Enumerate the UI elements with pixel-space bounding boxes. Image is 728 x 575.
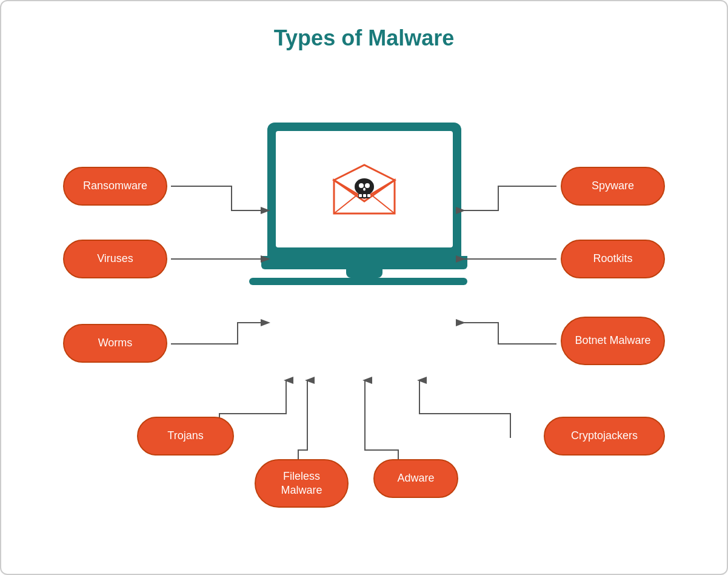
fileless-malware-pill: Fileless Malware bbox=[255, 459, 349, 508]
page-container: Types of Malware bbox=[0, 0, 728, 575]
worms-pill: Worms bbox=[63, 324, 167, 363]
svg-point-8 bbox=[363, 188, 366, 191]
laptop-graphic bbox=[267, 123, 461, 285]
cryptojackers-pill: Cryptojackers bbox=[544, 417, 665, 456]
svg-rect-9 bbox=[359, 194, 362, 197]
botnet-malware-pill: Botnet Malware bbox=[561, 317, 665, 365]
ransomware-pill: Ransomware bbox=[63, 167, 167, 206]
connector-lines bbox=[1, 1, 728, 575]
malware-icon bbox=[328, 159, 401, 220]
svg-point-7 bbox=[365, 183, 370, 188]
viruses-pill: Viruses bbox=[63, 240, 167, 278]
svg-point-6 bbox=[359, 183, 364, 188]
svg-point-4 bbox=[355, 178, 374, 195]
spyware-pill: Spyware bbox=[561, 167, 665, 206]
page-title: Types of Malware bbox=[1, 1, 727, 51]
svg-line-3 bbox=[370, 194, 395, 214]
svg-line-2 bbox=[334, 194, 358, 214]
svg-rect-10 bbox=[363, 194, 366, 197]
trojans-pill: Trojans bbox=[137, 417, 234, 456]
rootkits-pill: Rootkits bbox=[561, 240, 665, 278]
adware-pill: Adware bbox=[373, 459, 458, 498]
svg-rect-11 bbox=[367, 194, 370, 197]
